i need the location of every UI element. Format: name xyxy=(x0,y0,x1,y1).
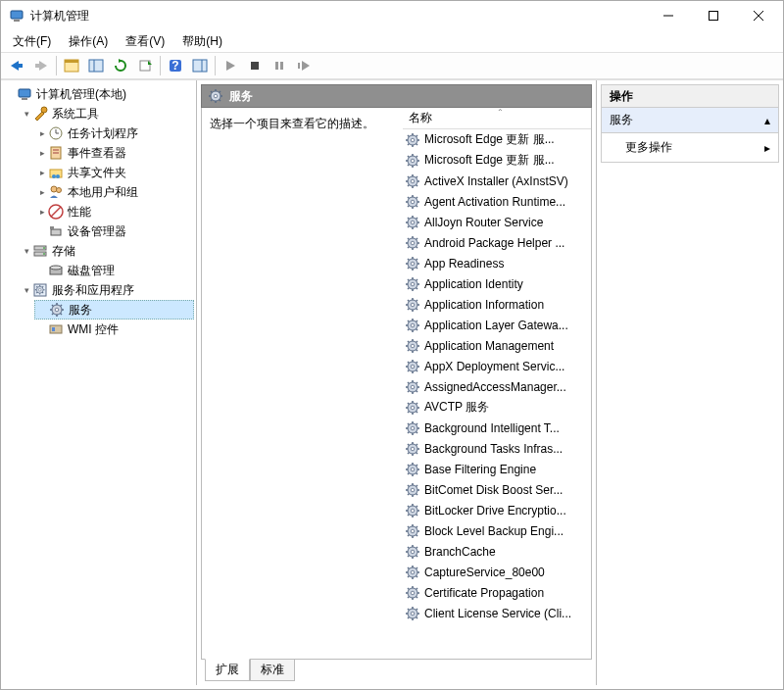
tree-event-viewer[interactable]: ▸事件查看器 xyxy=(34,143,194,163)
action-more[interactable]: 更多操作 ▸ xyxy=(601,133,779,163)
service-name: Agent Activation Runtime... xyxy=(424,195,565,209)
menu-file[interactable]: 文件(F) xyxy=(5,31,59,52)
svg-rect-60 xyxy=(50,325,62,333)
close-button[interactable] xyxy=(736,1,781,30)
service-row[interactable]: App Readiness xyxy=(403,253,591,273)
show-hide-action-button[interactable] xyxy=(188,54,212,77)
svg-rect-19 xyxy=(35,64,40,68)
forward-button[interactable] xyxy=(29,54,53,77)
tree-device-manager[interactable]: 设备管理器 xyxy=(34,222,194,241)
service-row[interactable]: Client License Service (Cli... xyxy=(403,603,591,623)
properties-button[interactable] xyxy=(84,54,108,77)
gear-icon xyxy=(405,585,420,601)
service-row[interactable]: AllJoyn Router Service xyxy=(403,212,591,232)
service-name: Client License Service (Cli... xyxy=(424,607,571,620)
back-button[interactable] xyxy=(5,54,28,77)
caret-down-icon[interactable]: ▾ xyxy=(21,109,32,119)
service-row[interactable]: AppX Deployment Servic... xyxy=(403,356,591,376)
minimize-button[interactable] xyxy=(646,1,691,30)
service-row[interactable]: AssignedAccessManager... xyxy=(403,376,591,397)
tab-standard[interactable]: 标准 xyxy=(250,660,295,681)
service-name: Android Package Helper ... xyxy=(424,236,564,250)
service-row[interactable]: Base Filtering Engine xyxy=(403,459,591,479)
menu-help[interactable]: 帮助(H) xyxy=(174,31,230,52)
service-row[interactable]: Certificate Propagation xyxy=(403,582,591,603)
export-button[interactable] xyxy=(133,54,157,77)
service-name: AssignedAccessManager... xyxy=(424,380,566,394)
service-row[interactable]: Application Management xyxy=(403,335,591,356)
svg-rect-17 xyxy=(18,64,23,68)
menu-view[interactable]: 查看(V) xyxy=(118,31,172,52)
caret-right-icon[interactable]: ▸ xyxy=(36,128,48,138)
service-row[interactable]: Agent Activation Runtime... xyxy=(403,191,591,212)
service-row[interactable]: BitLocker Drive Encryptio... xyxy=(403,500,591,520)
gear-icon xyxy=(405,482,420,498)
caret-down-icon[interactable]: ▾ xyxy=(21,285,32,295)
gear-icon xyxy=(405,523,420,539)
service-name: AppX Deployment Servic... xyxy=(424,360,564,373)
service-name: Certificate Propagation xyxy=(424,586,544,600)
service-row[interactable]: BitComet Disk Boost Ser... xyxy=(403,479,591,500)
svg-rect-51 xyxy=(51,229,61,235)
service-name: Microsoft Edge 更新 服... xyxy=(424,131,555,148)
pause-button[interactable] xyxy=(268,54,291,77)
tree-wmi[interactable]: WMI 控件 xyxy=(34,320,194,339)
svg-rect-32 xyxy=(251,62,259,70)
list-header[interactable]: 名称 ⌃ xyxy=(403,108,591,129)
start-button[interactable] xyxy=(219,54,242,77)
svg-point-58 xyxy=(50,266,62,270)
service-rows[interactable]: Microsoft Edge 更新 服...Microsoft Edge 更新 … xyxy=(403,129,591,659)
tree-shared-folders[interactable]: ▸共享文件夹 xyxy=(34,163,194,182)
tree-performance[interactable]: ▸性能 xyxy=(34,202,194,222)
menu-action[interactable]: 操作(A) xyxy=(61,31,116,52)
restart-button[interactable] xyxy=(292,54,316,77)
services-header-title: 服务 xyxy=(229,88,253,105)
caret-right-icon[interactable]: ▸ xyxy=(36,187,48,197)
tree-local-users[interactable]: ▸本地用户和组 xyxy=(34,182,194,202)
stop-button[interactable] xyxy=(243,54,267,77)
service-row[interactable]: Application Identity xyxy=(403,273,591,294)
actions-header: 操作 xyxy=(601,84,779,108)
service-row[interactable]: Microsoft Edge 更新 服... xyxy=(403,150,591,171)
titlebar: 计算机管理 xyxy=(1,1,783,30)
help-button[interactable]: ? xyxy=(164,54,187,77)
tree-pane[interactable]: 计算机管理(本地) ▾ 系统工具 ▸任务计划程序 ▸事件查看器 ▸共享文件夹 xyxy=(1,80,197,685)
tree-task-scheduler[interactable]: ▸任务计划程序 xyxy=(34,123,194,143)
service-row[interactable]: Block Level Backup Engi... xyxy=(403,520,591,541)
service-row[interactable]: CaptureService_80e00 xyxy=(403,562,591,582)
svg-rect-61 xyxy=(52,327,55,331)
service-row[interactable]: ActiveX Installer (AxInstSV) xyxy=(403,171,591,191)
svg-marker-36 xyxy=(302,61,310,71)
tree-storage[interactable]: ▾ 存储 xyxy=(19,241,194,261)
service-row[interactable]: Microsoft Edge 更新 服... xyxy=(403,129,591,150)
services-header: 服务 xyxy=(201,84,592,108)
maximize-button[interactable] xyxy=(691,1,736,30)
tree-services[interactable]: 服务 xyxy=(34,300,194,320)
tree-system-tools[interactable]: ▾ 系统工具 xyxy=(19,104,194,123)
service-row[interactable]: BranchCache xyxy=(403,541,591,562)
users-icon xyxy=(48,184,64,200)
tab-extended[interactable]: 扩展 xyxy=(205,659,250,681)
show-hide-tree-button[interactable] xyxy=(60,54,83,77)
caret-right-icon[interactable]: ▸ xyxy=(36,168,48,177)
refresh-button[interactable] xyxy=(109,54,132,77)
actions-section-services[interactable]: 服务 ▴ xyxy=(601,108,779,133)
svg-rect-22 xyxy=(89,60,103,72)
tree-disk-management[interactable]: 磁盘管理 xyxy=(34,261,194,280)
gear-icon xyxy=(405,215,420,230)
svg-point-55 xyxy=(43,247,45,249)
service-row[interactable]: Application Layer Gatewa... xyxy=(403,315,591,335)
gear-icon xyxy=(405,379,420,395)
tree-root[interactable]: 计算机管理(本地) xyxy=(3,84,194,104)
caret-right-icon[interactable]: ▸ xyxy=(36,207,48,217)
service-row[interactable]: Application Information xyxy=(403,294,591,315)
tree-services-apps[interactable]: ▾ 服务和应用程序 xyxy=(19,280,194,300)
caret-right-icon[interactable]: ▸ xyxy=(36,148,48,158)
service-row[interactable]: Android Package Helper ... xyxy=(403,232,591,253)
service-row[interactable]: Background Tasks Infras... xyxy=(403,438,591,459)
svg-marker-31 xyxy=(226,61,235,71)
toolbar: ? xyxy=(1,52,783,79)
service-row[interactable]: AVCTP 服务 xyxy=(403,397,591,418)
caret-down-icon[interactable]: ▾ xyxy=(21,246,32,256)
service-row[interactable]: Background Intelligent T... xyxy=(403,418,591,438)
